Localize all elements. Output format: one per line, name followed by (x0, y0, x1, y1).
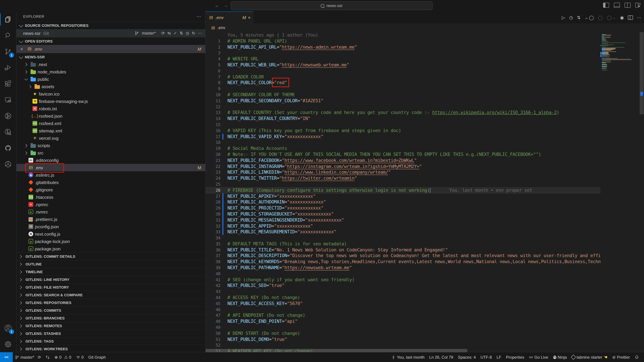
status-git-graph[interactable]: Git Graph (86, 355, 108, 360)
gitlens-inspect-icon[interactable] (0, 124, 16, 140)
code-line-29[interactable]: 29NEXT_PUBLIC_PROJECTID="xxxxxxxxxxxxx" (206, 205, 600, 211)
open-editor-env[interactable]: × .env M (16, 45, 205, 53)
customize-layout-icon[interactable] (635, 3, 641, 7)
status-cursor-position[interactable]: Ln 26, Col 79 (427, 355, 456, 360)
tree-item-next.config.js[interactable]: Nnext.config.js (16, 230, 205, 238)
section-gitlens-branches[interactable]: GITLENS: BRANCHES (16, 314, 205, 322)
section-timeline[interactable]: TIMELINE (16, 268, 205, 276)
scm-action-icon[interactable]: ⇅ (180, 31, 183, 35)
code-line-41[interactable]: 41# SEO (change only if you dont want se… (206, 277, 600, 283)
tree-item-package-lock.json[interactable]: jspackage-lock.json (16, 238, 205, 245)
code-line-3[interactable]: 3 (206, 50, 600, 56)
gitlens-file-blame[interactable]: You, 5 minutes ago | 1 author (You) (206, 32, 600, 38)
code-line-23[interactable]: 23NEXT_PUBLIC_LINKEDIN="https://www.link… (206, 169, 600, 175)
explorer-icon[interactable] (0, 11, 16, 27)
tree-item-.env[interactable]: .envM (16, 164, 205, 171)
section-gitlens-tags[interactable]: GITLENS: TAGS (16, 337, 205, 345)
code-line-38[interactable]: 38NEXT_PUBLIC_kEYWORDS="Breaking news,To… (206, 259, 600, 265)
tree-item-robots.txt[interactable]: ☻robots.txt (16, 105, 205, 112)
scm-branch-label[interactable]: master* (142, 31, 156, 35)
code-line-19[interactable]: 19# Social Media Accounts (206, 145, 600, 151)
command-center-search[interactable]: news-ssr (231, 1, 433, 10)
code-line-48[interactable]: 48NEXT_PUBLIC_END_POINT="api" (206, 319, 600, 325)
status-indentation[interactable]: Spaces: 4 (456, 355, 478, 360)
code-line-30[interactable]: 30NEXT_PUBLIC_STORAGEBUCKET="xxxxxxxxxxx… (206, 211, 600, 217)
more-actions-icon[interactable]: ⋯ (637, 15, 641, 20)
section-gitlens-line-history[interactable]: GITLENS: LINE HISTORY (16, 276, 205, 283)
status-problems[interactable]: ⊗0 ⚠0 (52, 355, 74, 360)
extensions-icon[interactable] (0, 76, 16, 92)
scm-action-icon[interactable]: ⇆ (168, 31, 171, 35)
remote-explorer-icon[interactable] (0, 92, 16, 108)
code-line-46[interactable]: 46 (206, 307, 600, 313)
section-source-control-repositories[interactable]: SOURCE CONTROL REPOSITORIES (16, 21, 205, 29)
section-gitlens-search-compare[interactable]: GITLENS: SEARCH & COMPARE (16, 291, 205, 299)
section-gitlens-worktrees[interactable]: GITLENS: WORKTREES (16, 345, 205, 352)
close-icon[interactable]: × (20, 46, 25, 51)
status-go-live[interactable]: Go Live (526, 355, 550, 360)
horizontal-scrollbar[interactable] (206, 349, 467, 352)
tree-item-jsconfig.json[interactable]: JSjsconfig.json (16, 223, 205, 230)
code-line-7[interactable]: 7# LOADER COLOR (206, 74, 600, 80)
tree-item-rssfeed.json[interactable]: {…}rssfeed.json (16, 112, 205, 120)
code-line-25[interactable]: 25 (206, 181, 600, 187)
toggle-secondary-sidebar-icon[interactable] (624, 3, 630, 8)
code-line-42[interactable]: 42NEXT_PUBLIC_SEO="true" (206, 283, 600, 289)
code-line-44[interactable]: 44# ACCESS KEY (Do not change) (206, 295, 600, 301)
tree-item-node_modules[interactable]: node_modules (16, 68, 205, 75)
code-line-51[interactable]: 51NEXT_PUBLIC_DEMO="true" (206, 336, 600, 343)
code-line-40[interactable]: 40 (206, 271, 600, 277)
code-line-24[interactable]: 24NEXT_PUBLIC_TWITTER="https://twitter.c… (206, 175, 600, 181)
tree-item-src[interactable]: src (16, 149, 205, 157)
tree-item-.gitattributes[interactable]: .gitattributes (16, 179, 205, 186)
split-editor-icon[interactable] (628, 15, 633, 19)
section-gitlens-stashes[interactable]: GITLENS: STASHES (16, 330, 205, 337)
source-control-icon[interactable]: 1 (0, 43, 16, 60)
code-line-31[interactable]: 31NEXT_PUBLIC_MESSAGINGSENDERID="xxxxxxx… (206, 217, 600, 223)
tree-item-.prettierrc.js[interactable]: .prettierrc.js (16, 216, 205, 223)
run-debug-icon[interactable] (0, 60, 16, 76)
code-line-4[interactable]: 4# WEBITE URL (206, 56, 600, 62)
code-line-43[interactable]: 43 (206, 289, 600, 295)
tree-item-sitemap.xml[interactable]: </>sitemap.xml (16, 127, 205, 134)
code-line-10[interactable]: 10# SECONDARY COLOR OF THEME (206, 92, 600, 98)
code-area[interactable]: You, 5 minutes ago | 1 author (You)1# AD… (206, 32, 600, 352)
status-branch[interactable]: master* ⟳ (13, 355, 44, 360)
tree-item-package.json[interactable]: jspackage.json (16, 245, 205, 252)
code-line-14[interactable]: 14NEXT_PUBLIC_DEFAULT_COUNTRY="IN" (206, 116, 600, 122)
tree-item-.htaccess[interactable]: </>.htaccess (16, 193, 205, 201)
status-blame[interactable]: You, last month (389, 355, 427, 360)
gitlens-icon[interactable] (0, 108, 16, 124)
previous-change-icon[interactable]: ←◯ (585, 15, 594, 20)
status-ports[interactable]: 0 (74, 355, 86, 360)
run-file-icon[interactable]: ▷ (562, 15, 565, 20)
vertical-scrollbar[interactable] (639, 32, 644, 352)
gitlens-graph-icon[interactable]: ◉ (620, 15, 624, 20)
section-gitlens-file-history[interactable]: GITLENS: FILE HISTORY (16, 283, 205, 291)
code-line-6[interactable]: 6 (206, 68, 600, 74)
code-line-47[interactable]: 47# API ENDPOINT (Do not change) (206, 313, 600, 319)
code-line-20[interactable]: 20# Note:- IF YOU DON'T USE ANY OF THIS … (206, 151, 600, 158)
explorer-more-actions-icon[interactable]: ⋯ (196, 14, 201, 19)
status-prettier[interactable]: ⊘ Prettier (610, 355, 632, 360)
section-gitlens-repositories[interactable]: GITLENS: REPOSITORIES (16, 299, 205, 306)
code-line-27[interactable]: 27NEXT_PUBLIC_APIKEY="xxxxxxxxxxxxx" (206, 193, 600, 199)
accounts-icon[interactable]: 1 (0, 320, 16, 336)
scm-action-icon[interactable]: ✓ (174, 31, 177, 35)
remote-indicator[interactable]: >< (0, 352, 13, 362)
section-workspace-news-ssr[interactable]: NEWS-SSR (16, 53, 205, 61)
code-line-18[interactable]: 18 (206, 140, 600, 146)
tree-item-rssfeed.xml[interactable]: </>rssfeed.xml (16, 120, 205, 127)
status-ninja[interactable]: Ninja (550, 355, 569, 360)
scm-repo-row[interactable]: news-ssr Git master* ⟳⇆✓⇅◷↻⋯ (16, 29, 205, 37)
minimap[interactable] (600, 32, 639, 352)
tab-close-icon[interactable]: × (248, 15, 250, 20)
code-line-17[interactable]: 17NEXT_PUBLIC_VAPID_KEY="xxxxxxxxxxxxx" (206, 134, 600, 140)
status-encoding[interactable]: UTF-8 (478, 355, 494, 360)
tree-item-.npmrc[interactable]: n.npmrc (16, 201, 205, 208)
scm-action-icon[interactable]: ↻ (192, 31, 195, 35)
section-outline[interactable]: OUTLINE (16, 260, 205, 268)
section-gitlens-commit-details[interactable]: GITLENS: COMMIT DETAILS (16, 252, 205, 260)
code-line-5[interactable]: 5NEXT_PUBLIC_WEB_URL="https://newsweb.wr… (206, 62, 600, 68)
code-line-34[interactable]: 34 (206, 235, 600, 241)
